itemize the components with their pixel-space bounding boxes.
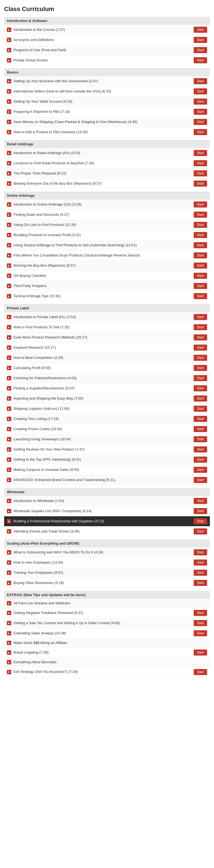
start-button[interactable]: Start xyxy=(194,528,207,534)
play-icon: ▶ xyxy=(7,631,11,636)
play-icon: ▶ xyxy=(7,213,11,217)
start-button[interactable]: Start xyxy=(194,202,207,208)
lesson-row: ▶Launching Using Giveaways (18:54)Start xyxy=(4,434,210,444)
start-button[interactable]: Start xyxy=(194,170,207,177)
start-button[interactable]: Start xyxy=(194,37,207,43)
lesson-title: Training Your Employees (9:52) xyxy=(13,570,64,575)
start-button[interactable]: Start xyxy=(194,477,207,483)
play-icon: ▶ xyxy=(7,468,11,472)
start-button[interactable]: Start xyxy=(194,181,207,187)
start-button[interactable]: Start xyxy=(194,570,207,576)
start-button[interactable]: Start xyxy=(194,109,207,115)
start-button[interactable]: Start xyxy=(194,446,207,453)
start-button[interactable]: Start xyxy=(194,242,207,248)
start-button[interactable]: Start xyxy=(194,262,207,269)
play-icon: ▶ xyxy=(7,499,11,503)
start-button[interactable]: Start xyxy=(194,385,207,391)
lesson-left: ▶Buying Other Businesses (5:19) xyxy=(7,581,194,585)
start-button[interactable]: Start xyxy=(194,98,207,104)
play-icon: ▶ xyxy=(7,611,11,615)
start-button[interactable]: Start xyxy=(194,27,207,33)
start-button[interactable]: Start xyxy=(194,273,207,279)
start-button[interactable]: Start xyxy=(194,365,207,371)
start-button[interactable]: Start xyxy=(194,57,207,63)
lesson-row: ▶Bundling Products to Increase Profit (3… xyxy=(4,230,210,240)
start-button[interactable]: Start xyxy=(194,314,207,320)
lesson-left: ▶How to Beat Competition (2:29) xyxy=(7,355,194,360)
section-header-extras: EXTRAS! (New Tips and Updates will be he… xyxy=(4,591,210,599)
start-button[interactable]: Start xyxy=(194,610,207,616)
lesson-left: ▶Making Coupons to Increase Sales (8:50) xyxy=(7,467,194,472)
start-button[interactable]: Start xyxy=(194,669,207,675)
start-button[interactable]: Start xyxy=(194,345,207,351)
start-button[interactable]: Start xyxy=(194,324,207,330)
lesson-title: Third Party Preppers xyxy=(13,283,46,288)
start-button[interactable]: Start xyxy=(194,375,207,381)
start-button[interactable]: Start xyxy=(194,293,207,299)
section-header-scaling: Scaling (Auto-Pilot Everything and GROW) xyxy=(4,539,210,547)
start-button[interactable]: Start xyxy=(194,416,207,422)
lesson-row: ▶Make Some $$$ Being an Affiliate xyxy=(4,639,210,648)
start-button[interactable]: Start xyxy=(194,334,207,340)
start-button[interactable]: Start xyxy=(194,160,207,166)
lesson-left: ▶Beating Everyone Out of the Buy Box (Re… xyxy=(7,181,194,186)
lesson-row: ▶Building a Professional Relationship wi… xyxy=(4,516,210,526)
play-icon: ▶ xyxy=(7,406,11,411)
lesson-title: Creating Promo Codes (10:34) xyxy=(13,427,62,432)
start-button[interactable]: Start xyxy=(194,78,207,84)
play-icon: ▶ xyxy=(7,509,11,513)
lesson-row: ▶Find Where You Competition Buys Product… xyxy=(4,250,210,260)
lesson-row: ▶Introduction to the Course (1:37)Start xyxy=(4,25,210,35)
start-button[interactable]: Start xyxy=(194,355,207,361)
start-button[interactable]: Start xyxy=(194,232,207,238)
start-button[interactable]: Start xyxy=(194,222,207,228)
lesson-left: ▶Finding a Supplier/Manufacturer (5:47) xyxy=(7,386,194,391)
section-wholesale: Wholesale▶Introduction to Wholesale (1:5… xyxy=(4,488,210,537)
start-button[interactable]: Start xyxy=(194,426,207,432)
section-retail-arbitrage: Retail Arbitrage▶Introduction to Retail … xyxy=(4,140,210,189)
play-icon: ▶ xyxy=(7,38,11,42)
lesson-row: ▶Keyword Research (15:17)Start xyxy=(4,343,210,353)
start-button[interactable]: Start xyxy=(194,630,207,636)
start-button[interactable]: Start xyxy=(194,580,207,586)
start-button[interactable]: Start xyxy=(194,88,207,94)
start-button[interactable]: Start xyxy=(194,457,207,463)
start-button[interactable]: Start xyxy=(194,650,207,655)
start-button[interactable]: Start xyxy=(194,508,207,514)
start-button[interactable]: Start xyxy=(194,283,207,289)
start-button[interactable]: Start xyxy=(194,406,207,412)
play-icon: ▶ xyxy=(7,570,11,575)
start-button[interactable]: Start xyxy=(194,150,207,156)
start-button[interactable]: Start xyxy=(194,620,207,626)
play-icon: ▶ xyxy=(7,355,11,360)
lesson-row: ▶Private Group AccessStart xyxy=(4,55,210,65)
start-button[interactable]: Start xyxy=(194,119,207,125)
lesson-left: ▶Brand Ungating (7:39) xyxy=(7,650,194,655)
lesson-title: Introduction to Retail Arbitrage (RA) (0… xyxy=(13,151,80,155)
start-button[interactable]: Start xyxy=(194,549,207,555)
lesson-left: ▶Using Tactical Arbitrage to Find Produc… xyxy=(7,243,194,248)
start-button[interactable]: Start xyxy=(194,518,207,524)
play-icon: ▶ xyxy=(7,79,11,83)
start-button[interactable]: Start xyxy=(194,436,207,442)
lesson-title: Exit Strategy (Sell You Business?) (7:29… xyxy=(13,669,78,674)
section-basics: Basics▶Setting Up Your Business with the… xyxy=(4,68,210,137)
start-button[interactable]: Start xyxy=(194,252,207,258)
lesson-title: How to Hire Employees (13:26) xyxy=(13,560,63,565)
start-button[interactable]: Start xyxy=(194,47,207,53)
play-icon: ▶ xyxy=(7,345,11,350)
lesson-row: ▶Exit Strategy (Sell You Business?) (7:2… xyxy=(4,667,210,677)
start-button[interactable]: Start xyxy=(194,498,207,504)
lesson-title: Calculating Profit (8:56) xyxy=(13,366,51,370)
lesson-row: ▶How to Add a Product to FBA Inventory (… xyxy=(4,127,210,137)
start-button[interactable]: Start xyxy=(194,396,207,402)
lesson-row: ▶Creating Promo Codes (10:34)Start xyxy=(4,424,210,434)
start-button[interactable]: Start xyxy=(194,467,207,473)
start-button[interactable]: Start xyxy=(194,129,207,135)
lesson-title: OA Buying Checklist xyxy=(13,273,46,278)
lesson-title: Creating Your Listing (17:16) xyxy=(13,416,59,421)
play-icon: ▶ xyxy=(7,437,11,441)
start-button[interactable]: Start xyxy=(194,212,207,218)
play-icon: ▶ xyxy=(7,478,11,482)
start-button[interactable]: Start xyxy=(194,559,207,565)
